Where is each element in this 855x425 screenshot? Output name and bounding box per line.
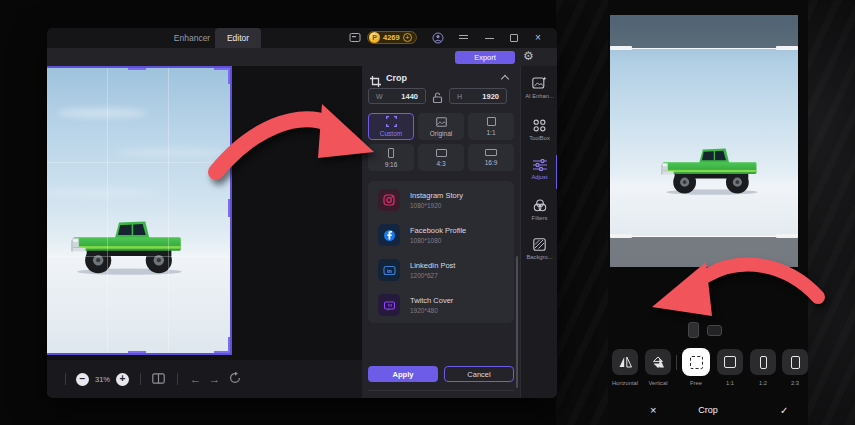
restore-button[interactable] xyxy=(510,34,518,42)
compare-icon[interactable] xyxy=(152,370,165,388)
preset-facebook-profile[interactable]: Facebook Profile 1080*1080 xyxy=(368,218,514,252)
crop-handle-bottom-right[interactable] xyxy=(228,337,232,355)
preset-instagram-story[interactable]: Instagram Story 1080*1920 xyxy=(368,183,514,217)
sidebar-item-toolbox[interactable]: ToolBox xyxy=(521,119,557,141)
phone-crop-title: Crop xyxy=(608,405,808,415)
ratio-4-3-icon xyxy=(436,149,447,157)
tab-editor[interactable]: Editor xyxy=(215,28,261,48)
width-label: W xyxy=(376,93,383,100)
sidebar-item-adjust[interactable]: Adjust xyxy=(521,159,557,180)
apply-button[interactable]: Apply xyxy=(368,366,438,382)
redo-icon[interactable]: → xyxy=(209,373,220,385)
flip-horizontal-button[interactable] xyxy=(612,349,638,375)
settings-gear-icon[interactable]: ⚙ xyxy=(523,49,534,63)
phone-screenshot: Horizontal Vertical Free 1:1 1:2 2:3 × C… xyxy=(608,0,808,425)
crop-image[interactable] xyxy=(47,66,232,355)
undo-icon[interactable]: ← xyxy=(190,373,201,385)
crop-handle-top[interactable] xyxy=(128,66,146,70)
crop-handle-bottom[interactable] xyxy=(128,351,146,355)
crop-dim-bottom xyxy=(610,237,798,267)
aspect-9-16-button[interactable]: 9:16 xyxy=(368,144,414,171)
phone-crop-image[interactable] xyxy=(610,15,798,267)
confirm-crop-icon[interactable]: ✓ xyxy=(780,405,788,416)
grid-line xyxy=(47,256,230,257)
preset-twitch-cover[interactable]: Twitch Cover 1920*480 xyxy=(368,288,514,322)
ai-enhance-icon xyxy=(532,76,547,90)
feedback-icon[interactable] xyxy=(349,32,361,43)
background-icon xyxy=(533,238,546,251)
landscape-orientation-toggle[interactable] xyxy=(707,325,722,336)
aspect-1-1-button[interactable]: 1:1 xyxy=(468,113,514,140)
zoom-level: 31% xyxy=(95,375,110,384)
credits-count: 4269 xyxy=(383,33,400,42)
canvas-area xyxy=(47,66,362,360)
aspect-4-3-button[interactable]: 4:3 xyxy=(418,144,464,171)
sidebar-item-background[interactable]: Backgro... xyxy=(521,238,557,260)
free-crop-icon xyxy=(690,356,703,369)
zoom-out-button[interactable]: − xyxy=(76,373,89,386)
panel-scrollbar[interactable] xyxy=(516,256,518,388)
aspect-free-button[interactable] xyxy=(682,348,710,376)
preset-linkedin-post[interactable]: in LinkedIn Post 1200*627 xyxy=(368,253,514,287)
height-label: H xyxy=(457,93,462,100)
linkedin-icon: in xyxy=(378,259,400,281)
crop-handle-top-right[interactable] xyxy=(228,66,232,84)
crop-border-top xyxy=(610,48,798,49)
phone-bottom-bar: × Crop ✓ xyxy=(608,395,808,425)
grid-line xyxy=(47,162,230,163)
grid-line xyxy=(107,68,108,353)
coin-icon: P xyxy=(369,32,380,43)
portrait-orientation-toggle[interactable] xyxy=(688,322,699,338)
adjust-icon xyxy=(533,159,547,171)
account-icon[interactable] xyxy=(432,32,444,44)
toolbox-icon xyxy=(533,119,546,132)
export-button[interactable]: Export xyxy=(455,51,515,64)
instagram-icon xyxy=(378,189,400,211)
phone-aspect-row: Horizontal Vertical Free 1:1 1:2 2:3 xyxy=(612,349,808,389)
flip-vertical-button[interactable] xyxy=(645,349,671,375)
grid-line xyxy=(168,68,169,353)
cancel-button[interactable]: Cancel xyxy=(444,366,514,382)
aspect-16-9-button[interactable]: 16:9 xyxy=(468,144,514,171)
sidebar-item-filters[interactable]: Filters xyxy=(521,199,557,221)
titlebar: Enhancer Editor P 4269 + × xyxy=(47,28,557,48)
original-aspect-icon xyxy=(436,117,447,127)
flip-vertical-icon xyxy=(652,356,664,369)
close-button[interactable]: × xyxy=(535,32,541,43)
ratio-16-9-icon xyxy=(485,149,497,156)
crop-handle-top-left[interactable] xyxy=(610,46,632,50)
menu-icon[interactable] xyxy=(459,35,468,39)
height-field[interactable]: H 1920 xyxy=(449,88,507,104)
aspect-custom-button[interactable]: Custom xyxy=(368,113,414,140)
add-credits-icon[interactable]: + xyxy=(403,33,412,42)
canvas-statusbar: − 31% + ← → xyxy=(47,360,362,398)
flip-horizontal-icon xyxy=(619,356,632,368)
minimize-button[interactable] xyxy=(485,38,494,39)
aspect-2-3-button[interactable] xyxy=(782,349,808,375)
credits-badge[interactable]: P 4269 + xyxy=(367,31,417,44)
collapse-crop-icon[interactable] xyxy=(501,75,509,83)
tab-enhancer[interactable]: Enhancer xyxy=(169,28,215,48)
truck-photo-subject xyxy=(661,141,761,196)
sidebar-item-ai-enhance[interactable]: AI Enhan... xyxy=(521,76,557,99)
crop-handle-right[interactable] xyxy=(228,199,232,217)
width-field[interactable]: W 1440 xyxy=(368,88,426,104)
rotate-flip-section[interactable]: Rotate & Flip xyxy=(368,396,514,398)
crop-handle-top-right[interactable] xyxy=(776,46,798,50)
aspect-1-2-button[interactable] xyxy=(750,349,776,375)
aspect-original-button[interactable]: Original xyxy=(418,113,464,140)
height-value: 1920 xyxy=(482,92,499,101)
lock-ratio-icon[interactable] xyxy=(431,90,444,108)
aspect-1-1-button[interactable] xyxy=(717,349,743,375)
crop-handle-bottom-left[interactable] xyxy=(610,234,632,238)
preset-list: Instagram Story 1080*1920 Facebook Profi… xyxy=(368,181,514,323)
ratio-9-16-icon xyxy=(388,148,394,158)
facebook-icon xyxy=(378,224,400,246)
zoom-in-button[interactable]: + xyxy=(116,373,129,386)
crop-border-bottom xyxy=(610,236,798,237)
twitch-icon xyxy=(378,294,400,316)
crop-handle-bottom-right[interactable] xyxy=(776,234,798,238)
custom-aspect-icon xyxy=(386,116,397,127)
crop-panel: Crop W 1440 H 1920 Custom Original 1:1 9 xyxy=(362,66,520,398)
reset-icon[interactable] xyxy=(229,370,241,388)
